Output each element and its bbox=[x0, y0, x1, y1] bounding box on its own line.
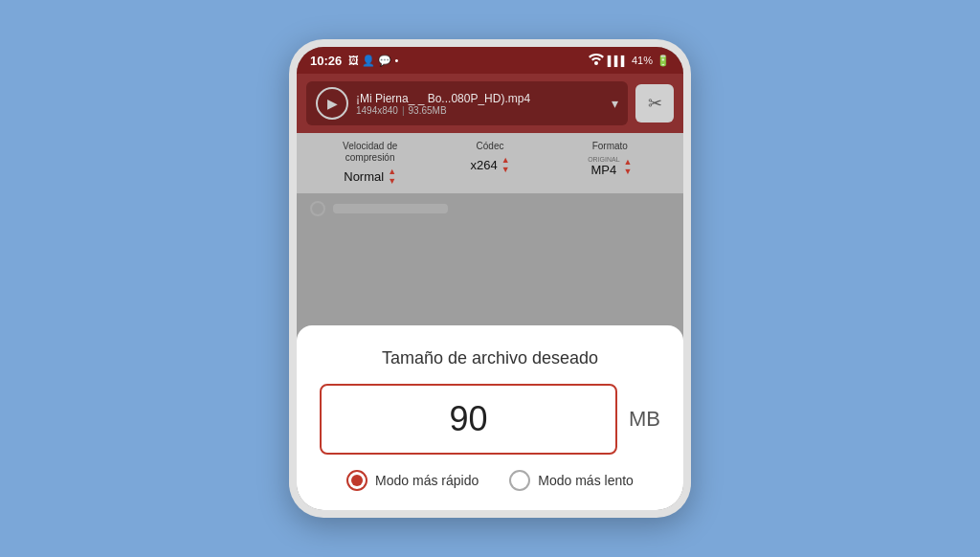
compression-speed-control[interactable]: Normal ▲ ▼ bbox=[344, 167, 396, 186]
status-time: 10:26 bbox=[310, 54, 342, 68]
codec-label: Códec bbox=[477, 141, 504, 152]
status-right-icons: ▌▌▌ 41% 🔋 bbox=[589, 54, 670, 67]
mode-row: Modo más rápido Modo más lento bbox=[346, 470, 634, 491]
battery-icon: 🔋 bbox=[657, 55, 670, 67]
format-spin-arrows[interactable]: ▲ ▼ bbox=[624, 158, 633, 176]
scissors-icon: ✂ bbox=[648, 93, 662, 114]
radio-placeholder bbox=[310, 201, 325, 216]
phone-screen: 10:26 🖼 👤 💬 • ▌▌▌ 41% 🔋 bbox=[297, 47, 683, 510]
codec-control[interactable]: x264 ▲ ▼ bbox=[470, 156, 509, 174]
original-label: ORIGINAL bbox=[588, 156, 619, 163]
down-arrow-icon: ▼ bbox=[388, 177, 396, 186]
size-input-row: 90 MB bbox=[320, 384, 660, 455]
gray-area: Tamaño de archivo deseado 90 MB Modo más… bbox=[297, 193, 683, 510]
compression-speed-col: Velocidad decompresión Normal ▲ ▼ bbox=[310, 141, 430, 186]
status-notifications: 10:26 🖼 👤 💬 • bbox=[310, 54, 398, 68]
svg-point-0 bbox=[594, 61, 598, 65]
mode-slow-option[interactable]: Modo más lento bbox=[509, 470, 634, 491]
size-value[interactable]: 90 bbox=[449, 399, 487, 439]
signal-icon: ▌▌▌ bbox=[608, 56, 628, 66]
status-bar: 10:26 🖼 👤 💬 • ▌▌▌ 41% 🔋 bbox=[297, 47, 683, 74]
cut-button[interactable]: ✂ bbox=[635, 84, 674, 123]
codec-col: Códec x264 ▲ ▼ bbox=[430, 141, 549, 174]
mode-fast-option[interactable]: Modo más rápido bbox=[346, 470, 479, 491]
compression-spin-arrows[interactable]: ▲ ▼ bbox=[388, 167, 396, 186]
size-input-box[interactable]: 90 bbox=[320, 384, 617, 455]
app-bar: ▶ ¡Mi Pierna_ _ Bo...080P_HD).mp4 1494x8… bbox=[297, 74, 683, 133]
dialog: Tamaño de archivo deseado 90 MB Modo más… bbox=[297, 325, 683, 510]
compression-speed-value: Normal bbox=[344, 169, 384, 184]
file-resolution: 1494x840 bbox=[356, 105, 398, 116]
file-details: ¡Mi Pierna_ _ Bo...080P_HD).mp4 1494x840… bbox=[356, 92, 604, 116]
play-icon: ▶ bbox=[327, 96, 338, 111]
file-name: ¡Mi Pierna_ _ Bo...080P_HD).mp4 bbox=[356, 92, 604, 105]
format-col: Formato ORIGINAL MP4 ▲ ▼ bbox=[550, 141, 670, 177]
mode-fast-radio-inner bbox=[351, 475, 363, 486]
dialog-title: Tamaño de archivo deseado bbox=[382, 348, 598, 368]
mode-fast-label: Modo más rápido bbox=[375, 473, 479, 488]
codec-value: x264 bbox=[470, 158, 497, 172]
separator: | bbox=[402, 105, 405, 116]
down-arrow-icon: ▼ bbox=[624, 167, 633, 176]
format-label: Formato bbox=[592, 141, 628, 152]
dropdown-arrow-icon[interactable]: ▾ bbox=[612, 96, 618, 111]
label-placeholder bbox=[333, 204, 448, 213]
up-arrow-icon: ▲ bbox=[501, 156, 510, 165]
notification-icons: 🖼 👤 💬 • bbox=[348, 55, 398, 67]
play-button[interactable]: ▶ bbox=[316, 87, 348, 120]
format-value: MP4 bbox=[590, 163, 616, 177]
mode-slow-radio[interactable] bbox=[509, 470, 530, 491]
up-arrow-icon: ▲ bbox=[388, 167, 396, 176]
phone-device: 10:26 🖼 👤 💬 • ▌▌▌ 41% 🔋 bbox=[289, 39, 691, 518]
mode-slow-label: Modo más lento bbox=[538, 473, 634, 488]
size-unit: MB bbox=[629, 407, 660, 432]
up-arrow-icon: ▲ bbox=[624, 158, 633, 167]
settings-row: Velocidad decompresión Normal ▲ ▼ Códec … bbox=[297, 133, 683, 193]
codec-spin-arrows[interactable]: ▲ ▼ bbox=[501, 156, 510, 174]
battery-percentage: 41% bbox=[632, 55, 653, 66]
compression-speed-label: Velocidad decompresión bbox=[343, 141, 397, 164]
down-arrow-icon: ▼ bbox=[501, 166, 510, 174]
format-control[interactable]: ORIGINAL MP4 ▲ ▼ bbox=[588, 156, 632, 177]
file-meta: 1494x840 | 93.65MB bbox=[356, 105, 604, 116]
hidden-row bbox=[297, 193, 683, 224]
wifi-icon bbox=[589, 54, 604, 67]
file-size: 93.65MB bbox=[409, 105, 447, 116]
file-info-container[interactable]: ▶ ¡Mi Pierna_ _ Bo...080P_HD).mp4 1494x8… bbox=[306, 81, 628, 125]
mode-fast-radio[interactable] bbox=[346, 470, 368, 491]
